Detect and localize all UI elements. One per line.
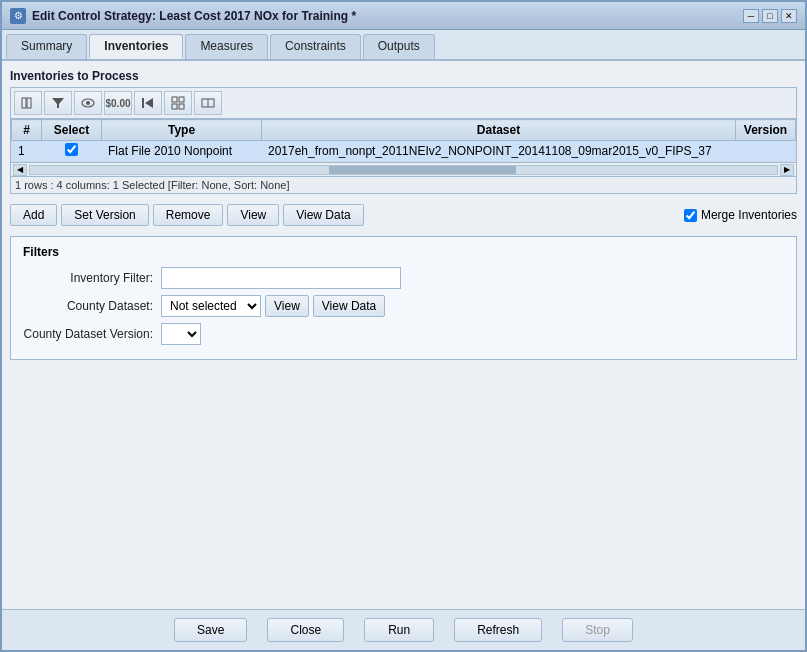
inventories-section: Inventories to Process xyxy=(10,69,797,194)
refresh-button[interactable]: Refresh xyxy=(454,618,542,642)
close-button[interactable]: ✕ xyxy=(781,9,797,23)
toolbar-columns-btn[interactable] xyxy=(14,91,42,115)
scroll-left[interactable]: ◀ xyxy=(13,164,27,176)
col-version: Version xyxy=(736,120,796,141)
restore-button[interactable]: □ xyxy=(762,9,778,23)
svg-marker-2 xyxy=(52,98,64,108)
cell-select[interactable] xyxy=(42,141,102,162)
inventories-panel: $0.00 xyxy=(10,87,797,194)
col-num: # xyxy=(12,120,42,141)
minimize-button[interactable]: ─ xyxy=(743,9,759,23)
county-dataset-controls: Not selected View View Data xyxy=(161,295,385,317)
table-status-bar: 1 rows : 4 columns: 1 Selected [Filter: … xyxy=(11,176,796,193)
toolbar-grid-btn[interactable] xyxy=(164,91,192,115)
inventory-filter-row: Inventory Filter: xyxy=(23,267,784,289)
svg-rect-8 xyxy=(179,97,184,102)
county-dataset-version-select[interactable] xyxy=(161,323,201,345)
svg-point-4 xyxy=(86,101,90,105)
toolbar-cost-btn[interactable]: $0.00 xyxy=(104,91,132,115)
svg-rect-6 xyxy=(142,98,144,108)
svg-rect-10 xyxy=(179,104,184,109)
county-dataset-version-row: County Dataset Version: xyxy=(23,323,784,345)
title-bar: ⚙ Edit Control Strategy: Least Cost 2017… xyxy=(2,2,805,30)
view-button[interactable]: View xyxy=(227,204,279,226)
svg-rect-9 xyxy=(172,104,177,109)
window-title: Edit Control Strategy: Least Cost 2017 N… xyxy=(32,9,356,23)
filters-section: Filters Inventory Filter: County Dataset… xyxy=(10,236,797,360)
remove-button[interactable]: Remove xyxy=(153,204,224,226)
col-dataset: Dataset xyxy=(262,120,736,141)
toolbar-filter-btn[interactable] xyxy=(44,91,72,115)
tab-summary[interactable]: Summary xyxy=(6,34,87,59)
inventory-filter-input[interactable] xyxy=(161,267,401,289)
set-version-button[interactable]: Set Version xyxy=(61,204,148,226)
toolbar-back-btn[interactable] xyxy=(134,91,162,115)
scroll-track[interactable] xyxy=(29,165,778,175)
tab-measures[interactable]: Measures xyxy=(185,34,268,59)
cell-num: 1 xyxy=(12,141,42,162)
tab-constraints[interactable]: Constraints xyxy=(270,34,361,59)
main-content: Inventories to Process xyxy=(2,61,805,609)
county-dataset-version-label: County Dataset Version: xyxy=(23,327,153,341)
county-dataset-row: County Dataset: Not selected View View D… xyxy=(23,295,784,317)
toolbar-split-btn[interactable] xyxy=(194,91,222,115)
cell-type: Flat File 2010 Nonpoint xyxy=(102,141,262,162)
svg-rect-0 xyxy=(22,98,26,108)
county-dataset-view-data-button[interactable]: View Data xyxy=(313,295,385,317)
svg-rect-7 xyxy=(172,97,177,102)
inventories-table-container[interactable]: # Select Type Dataset Version 1 xyxy=(11,119,796,162)
row-checkbox[interactable] xyxy=(65,143,78,156)
svg-rect-1 xyxy=(27,98,31,108)
bottom-bar: Save Close Run Refresh Stop xyxy=(2,609,805,650)
view-data-button[interactable]: View Data xyxy=(283,204,363,226)
app-icon: ⚙ xyxy=(10,8,26,24)
tab-bar: Summary Inventories Measures Constraints… xyxy=(2,30,805,61)
run-button[interactable]: Run xyxy=(364,618,434,642)
inventories-table: # Select Type Dataset Version 1 xyxy=(11,119,796,162)
toolbar-view-btn[interactable] xyxy=(74,91,102,115)
merge-inventories-label: Merge Inventories xyxy=(701,208,797,222)
scroll-thumb xyxy=(329,166,516,174)
inventories-toolbar: $0.00 xyxy=(11,88,796,119)
county-dataset-view-button[interactable]: View xyxy=(265,295,309,317)
filters-title: Filters xyxy=(23,245,784,259)
action-buttons-row: Add Set Version Remove View View Data Me… xyxy=(10,200,797,230)
svg-marker-5 xyxy=(145,98,153,108)
save-button[interactable]: Save xyxy=(174,618,247,642)
inventory-filter-label: Inventory Filter: xyxy=(23,271,153,285)
tab-inventories[interactable]: Inventories xyxy=(89,34,183,59)
county-dataset-version-controls xyxy=(161,323,201,345)
cell-dataset: 2017eh_from_nonpt_2011NEIv2_NONPOINT_201… xyxy=(262,141,736,162)
col-select: Select xyxy=(42,120,102,141)
table-row[interactable]: 1 Flat File 2010 Nonpoint 2017eh_from_no… xyxy=(12,141,796,162)
stop-button[interactable]: Stop xyxy=(562,618,633,642)
col-type: Type xyxy=(102,120,262,141)
tab-outputs[interactable]: Outputs xyxy=(363,34,435,59)
merge-inventories-container: Merge Inventories xyxy=(684,208,797,222)
close-button[interactable]: Close xyxy=(267,618,344,642)
cell-version xyxy=(736,141,796,162)
county-dataset-label: County Dataset: xyxy=(23,299,153,313)
add-button[interactable]: Add xyxy=(10,204,57,226)
county-dataset-select[interactable]: Not selected xyxy=(161,295,261,317)
main-window: ⚙ Edit Control Strategy: Least Cost 2017… xyxy=(0,0,807,652)
inventories-section-title: Inventories to Process xyxy=(10,69,797,83)
merge-inventories-checkbox[interactable] xyxy=(684,209,697,222)
scroll-right[interactable]: ▶ xyxy=(780,164,794,176)
h-scrollbar[interactable]: ◀ ▶ xyxy=(11,162,796,176)
